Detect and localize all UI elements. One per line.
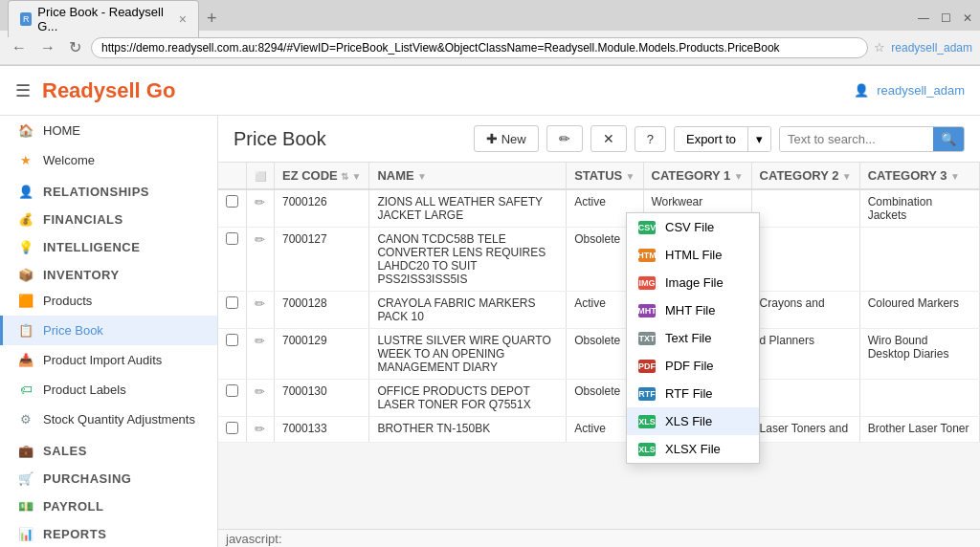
- export-main-label[interactable]: Export to: [675, 127, 748, 151]
- row-checkbox[interactable]: [226, 334, 238, 346]
- row-checkbox[interactable]: [226, 384, 238, 397]
- user-name: readysell_adam: [877, 83, 965, 98]
- export-image[interactable]: IMG Image File: [627, 269, 759, 296]
- sidebar-item-welcome[interactable]: ★ Welcome: [0, 145, 217, 175]
- new-icon: ✚: [486, 131, 498, 146]
- sidebar-item-price-book[interactable]: 📋 Price Book: [0, 316, 217, 345]
- sidebar-item-products[interactable]: 🟧 Products: [0, 286, 217, 316]
- content-header: Price Book ✚ New ✏ ✕ ? Export to ▾: [218, 116, 980, 163]
- col-name[interactable]: NAME ▼: [369, 163, 567, 189]
- sidebar-item-product-labels[interactable]: 🏷 Product Labels: [0, 375, 217, 405]
- xlsx-icon: XLS: [638, 443, 656, 456]
- sidebar-item-stock-quantity-adjustments[interactable]: ⚙ Stock Quantity Adjustments: [0, 405, 217, 434]
- row-edit-cell: ✏: [247, 380, 275, 417]
- user-menu[interactable]: 👤 readysell_adam: [854, 83, 965, 98]
- export-xls[interactable]: XLS XLS File: [627, 407, 759, 435]
- inventory-icon: 📦: [18, 268, 33, 282]
- table-row: ✏ 7000130 OFFICE PRODUCTS DEPOT LASER TO…: [218, 380, 980, 417]
- row-edit-icon[interactable]: ✏: [255, 384, 265, 399]
- address-input[interactable]: [91, 37, 868, 58]
- row-checkbox[interactable]: [226, 232, 238, 245]
- row-edit-icon[interactable]: ✏: [255, 195, 265, 209]
- delete-icon: ✕: [603, 131, 614, 146]
- sidebar-section-reports: 📊 REPORTS: [0, 517, 217, 545]
- app-container: ☰ Readysell Go 👤 readysell_adam 🏠 HOME ★…: [0, 66, 980, 547]
- sidebar-section-relationships-label: RELATIONSHIPS: [43, 185, 149, 199]
- financials-icon: 💰: [18, 212, 33, 227]
- sidebar-item-price-book-label: Price Book: [43, 323, 103, 338]
- delete-button[interactable]: ✕: [590, 125, 627, 152]
- help-button[interactable]: ?: [635, 126, 666, 152]
- row-edit-icon[interactable]: ✏: [255, 334, 265, 348]
- payroll-icon: 💵: [18, 499, 33, 514]
- table-container: ⬜ EZ CODE ⇅ ▼ NAME ▼: [218, 163, 980, 443]
- export-pdf[interactable]: PDF PDF File: [627, 352, 759, 380]
- export-text[interactable]: TXT Text File: [627, 324, 759, 352]
- search-button[interactable]: 🔍: [933, 127, 964, 151]
- tab-label: Price Book - Readysell G...: [37, 5, 168, 33]
- page-title: Price Book: [234, 128, 466, 150]
- minimize-button[interactable]: —: [918, 11, 929, 25]
- new-button[interactable]: ✚ New: [474, 125, 539, 152]
- row-edit-icon[interactable]: ✏: [255, 296, 265, 311]
- export-html[interactable]: HTM HTML File: [627, 241, 759, 269]
- sidebar-section-financials: 💰 FINANCIALS: [0, 203, 217, 230]
- sidebar-item-home[interactable]: 🏠 HOME: [0, 116, 217, 145]
- row-cat2: [751, 189, 859, 228]
- row-checkbox[interactable]: [226, 296, 238, 309]
- export-button[interactable]: Export to ▾: [674, 126, 771, 152]
- row-checkbox[interactable]: [226, 195, 238, 208]
- bookmark-icon[interactable]: ☆: [874, 40, 885, 55]
- col-ez-code[interactable]: EZ CODE ⇅ ▼: [275, 163, 369, 189]
- close-button[interactable]: ✕: [963, 11, 972, 25]
- sidebar-section-payroll: 💵 PAYROLL: [0, 490, 217, 517]
- export-dropdown-arrow[interactable]: ▾: [748, 127, 770, 151]
- sidebar-section-purchasing: 🛒 PURCHASING: [0, 462, 217, 490]
- user-login-link[interactable]: readysell_adam: [891, 41, 972, 55]
- col-cat3[interactable]: CATEGORY 3 ▼: [859, 163, 979, 189]
- tab-close-button[interactable]: ×: [179, 11, 187, 27]
- sidebar-section-reports-label: REPORTS: [43, 527, 106, 541]
- export-image-label: Image File: [665, 275, 724, 290]
- sidebar-item-product-import-audits-label: Product Import Audits: [43, 353, 162, 367]
- sidebar-section-purchasing-label: PURCHASING: [43, 471, 131, 486]
- sidebar-item-product-import-audits[interactable]: 📥 Product Import Audits: [0, 345, 217, 375]
- new-tab-button[interactable]: +: [199, 9, 225, 29]
- sidebar-section-sales: 💼 SALES: [0, 434, 217, 462]
- export-mht[interactable]: MHT MHT File: [627, 296, 759, 324]
- row-edit-icon[interactable]: ✏: [255, 232, 265, 247]
- browser-chrome: R Price Book - Readysell G... × + — ☐ ✕ …: [0, 0, 980, 66]
- export-csv[interactable]: CSV CSV File: [627, 213, 759, 241]
- html-icon: HTM: [638, 249, 656, 262]
- ez-code-sort-icon: ⇅: [341, 171, 348, 182]
- col-cat2-label: CATEGORY 2: [760, 168, 839, 183]
- search-input[interactable]: [780, 127, 933, 151]
- export-rtf[interactable]: RTF RTF File: [627, 380, 759, 407]
- row-cat3: [859, 228, 979, 292]
- row-edit-cell: ✏: [247, 228, 275, 292]
- col-cat1[interactable]: CATEGORY 1 ▼: [643, 163, 751, 189]
- export-xlsx[interactable]: XLS XLSX File: [627, 435, 759, 463]
- forward-button[interactable]: →: [36, 37, 59, 58]
- row-cat3: Wiro Bound Desktop Diaries: [859, 329, 979, 380]
- edit-button[interactable]: ✏: [546, 125, 583, 152]
- table-row: ✏ 7000129 LUSTRE SILVER WIRE QUARTO WEEK…: [218, 329, 980, 380]
- col-cat2[interactable]: CATEGORY 2 ▼: [751, 163, 859, 189]
- refresh-button[interactable]: ↻: [65, 36, 85, 58]
- row-cat3: Coloured Markers: [859, 292, 979, 329]
- export-xls-label: XLS File: [665, 414, 712, 428]
- row-ez-code: 7000133: [275, 417, 369, 443]
- sidebar-item-products-label: Products: [43, 294, 92, 308]
- sidebar-section-inventory: 📦 INVENTORY: [0, 258, 217, 286]
- row-checkbox[interactable]: [226, 422, 238, 434]
- row-edit-icon[interactable]: ✏: [255, 422, 265, 436]
- active-tab[interactable]: R Price Book - Readysell G... ×: [8, 0, 199, 37]
- xls-icon: XLS: [638, 415, 656, 428]
- col-status[interactable]: STATUS ▼: [567, 163, 643, 189]
- back-button[interactable]: ←: [8, 37, 31, 58]
- maximize-button[interactable]: ☐: [941, 11, 951, 25]
- hamburger-icon[interactable]: ☰: [15, 80, 31, 101]
- sidebar-item-product-labels-label: Product Labels: [43, 383, 126, 397]
- sales-icon: 💼: [18, 444, 33, 458]
- csv-icon: CSV: [638, 221, 656, 234]
